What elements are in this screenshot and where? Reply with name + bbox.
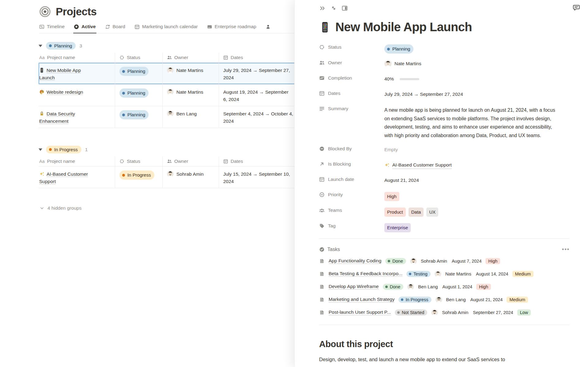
status-cell[interactable]: Planning [115,84,163,106]
launch-date-value[interactable]: August 21, 2024 [384,175,419,184]
status-pill: Planning [119,67,149,76]
avatar [167,170,174,177]
table-row-new-mobile-app-launch[interactable]: New Mobile App Launch Planning Nate Mart… [39,63,302,84]
panel-toolbar [319,0,570,12]
owner-cell[interactable]: Ben Lang [163,106,219,128]
property-launch-date: Launch date August 21, 2024 [319,175,570,185]
status-value[interactable]: Planning [384,43,413,54]
owner-cell[interactable]: Nate Martins [163,63,219,84]
projects-page: Projects Timeline Active Board Marketing… [0,0,309,367]
column-header-owner[interactable]: Owner [163,53,219,62]
phone-icon [319,21,331,33]
sparkles-icon [39,171,44,177]
column-header-project-name[interactable]: AaProject name [39,156,115,166]
task-status-pill: Not Started [395,309,427,316]
task-priority-pill: Low [517,309,531,316]
avatar [431,309,438,316]
dates-cell[interactable]: September 4, 2024 → October 4, 2024 [219,106,302,128]
tab-partial-hidden[interactable] [266,24,270,29]
task-row-develop-app-wireframe[interactable]: Develop App Wireframe Done Ben Lang Augu… [319,282,570,291]
more-options-icon[interactable]: ••• [562,246,570,253]
project-name-cell[interactable]: Data Security Enhancement [39,106,115,128]
properties-list: Status Planning Owner Nate Martins Compl… [319,43,570,232]
collapse-triangle-icon[interactable] [39,45,42,47]
status-dot [49,44,52,47]
summary-value[interactable]: A new mobile app is being planned for la… [384,105,557,140]
column-header-dates[interactable]: Dates [219,156,302,166]
tab-board[interactable]: Board [105,24,125,29]
dates-cell[interactable]: August 19, 2024 → September 6, 2024 [219,84,302,106]
open-full-page-icon[interactable] [330,5,337,11]
tab-enterprise-roadmap[interactable]: Enterprise roadmap [207,24,256,29]
task-row-marketing-and-launch-strategy[interactable]: Marketing and Launch Strategy In Progres… [319,295,570,304]
project-name-cell[interactable]: New Mobile App Launch [39,63,115,84]
calendar-icon [319,177,325,182]
page-icon [319,284,325,290]
tab-active[interactable]: Active [74,24,96,29]
card-icon [207,24,212,29]
side-peek-icon[interactable] [341,5,348,11]
project-name-cell[interactable]: Website redesign [39,84,115,106]
owner-cell[interactable]: Sohrab Amin [163,167,219,188]
about-heading: About this project [319,339,570,349]
table-row-website-redesign[interactable]: Website redesign Planning Nate Martins A… [39,84,302,106]
close-peek-icon[interactable] [319,5,326,12]
phone-icon [39,68,44,73]
tasks-list: App Functionality Coding Done Sohrab Ami… [319,257,570,317]
column-header-project-name[interactable]: AaProject name [39,53,115,62]
planning-table: AaProject name Status Owner Dates New Mo… [39,53,302,128]
blocked-by-value[interactable]: Empty [384,145,398,153]
dates-cell[interactable]: July 15, 2024 → September 10, 2024 [219,167,302,188]
lock-icon [39,111,44,116]
tab-timeline[interactable]: Timeline [39,24,65,29]
group-header-in-progress[interactable]: In Progress 1 [39,146,309,153]
status-cell[interactable]: In Progress [115,167,163,188]
group-pill-planning: Planning [46,42,76,50]
tasks-title[interactable]: Tasks [319,247,340,252]
page-icon [319,310,325,315]
status-pill: Planning [384,44,413,54]
priority-pill: High [384,192,399,201]
tab-marketing-launch-calendar[interactable]: Marketing launch calendar [134,24,198,29]
completion-value[interactable]: 40% [384,74,419,83]
teams-value[interactable]: Product Data UX [384,206,438,217]
table-row-ai-based-customer-support[interactable]: AI-Based Customer Support In Progress So… [39,167,302,188]
avatar [407,283,414,290]
owner-cell[interactable]: Nate Martins [163,84,219,106]
project-name-cell[interactable]: AI-Based Customer Support [39,167,115,188]
status-pill: In Progress [119,170,154,180]
column-header-status[interactable]: Status [115,156,163,166]
column-header-status[interactable]: Status [115,53,163,62]
check-circle-icon [319,247,325,252]
chart-icon [319,75,325,81]
group-header-planning[interactable]: Planning 3 [39,42,309,50]
avatar [410,258,417,264]
page-icon [319,258,325,264]
dates-value[interactable]: July 29, 2024 → September 27, 2024 [384,89,463,98]
priority-value[interactable]: High [384,191,399,201]
linked-project[interactable]: AI-Based Customer Support [392,161,452,169]
blocked-icon [319,146,325,152]
task-row-beta-testing[interactable]: Beta Testing & Feedback Incorpo... Testi… [319,269,570,278]
dates-cell[interactable]: July 29, 2024 → September 27, 2024 [219,63,302,84]
task-row-post-launch-user-support[interactable]: Post-launch User Support P... Not Starte… [319,308,570,317]
owner-value[interactable]: Nate Martins [384,59,421,67]
column-header-owner[interactable]: Owner [163,156,219,166]
status-cell[interactable]: Planning [115,63,163,84]
column-header-dates[interactable]: Dates [219,53,302,62]
table-row-data-security-enhancement[interactable]: Data Security Enhancement Planning Ben L… [39,106,302,128]
collapse-triangle-icon[interactable] [39,148,42,151]
property-completion: Completion 40% [319,74,570,84]
status-cell[interactable]: Planning [115,106,163,128]
table-header-row: AaProject name Status Owner Dates [39,156,302,167]
is-blocking-value[interactable]: AI-Based Customer Support [384,160,452,169]
tag-value[interactable]: Enterprise [384,222,411,232]
hidden-groups-toggle[interactable]: 4 hidden groups [40,205,309,211]
group-count: 1 [85,147,88,152]
avatar [167,110,174,117]
task-status-pill: In Progress [398,297,431,303]
people-icon [167,159,172,164]
project-peek-panel: New Mobile App Launch Status Planning Ow… [294,0,588,367]
task-row-app-functionality-coding[interactable]: App Functionality Coding Done Sohrab Ami… [319,257,570,265]
comments-icon[interactable] [573,4,580,11]
